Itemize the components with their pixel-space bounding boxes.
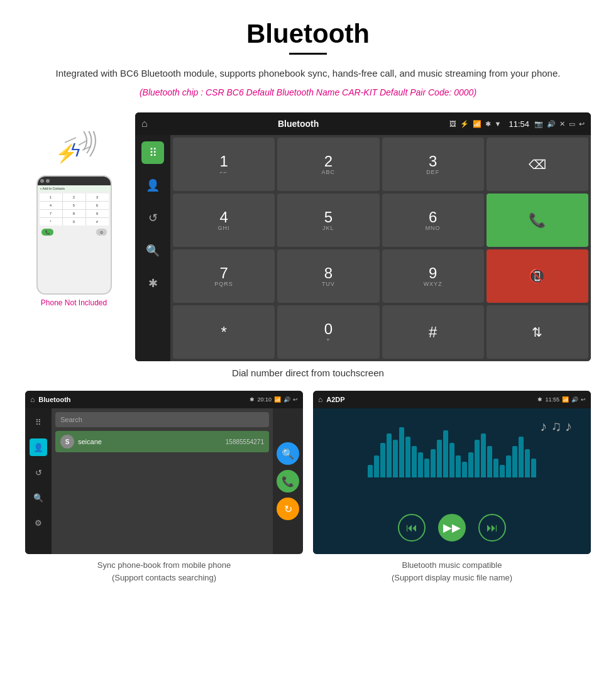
phone-key-8: 8	[63, 210, 85, 217]
music-bar	[374, 455, 379, 477]
next-button[interactable]: ⏭	[478, 514, 506, 542]
music-bar	[462, 462, 467, 477]
dial-num-9: 9	[429, 266, 437, 281]
phone-key-3: 3	[86, 193, 109, 201]
dial-key-end[interactable]: 📵	[487, 249, 588, 303]
pb-home-icon[interactable]: ⌂	[30, 395, 35, 404]
phone-speaker	[40, 179, 44, 183]
signal-svg: ⚡ ϟ	[52, 131, 102, 169]
sidebar-search[interactable]: 🔍	[141, 239, 164, 262]
dial-key-star[interactable]: *	[173, 305, 275, 359]
search-bar[interactable]: Search	[55, 412, 269, 427]
phonebook-body: ⠿ 👤 ↺ 🔍 ⚙ Search S seicane	[25, 408, 303, 554]
android-dial-screen: ⌂ Bluetooth 🖼 ⚡ 📶 ✱ ▼ 11:54 📷 🔊 ✕ ▭ ↩	[135, 112, 591, 361]
pb-vol-icon: 🔊	[283, 396, 290, 403]
phone-side: ⚡ ϟ + Add to	[25, 112, 123, 307]
contact-initial: S	[60, 435, 74, 449]
pb-title: Bluetooth	[38, 396, 246, 403]
contact-row[interactable]: S seicane 15885554271	[55, 431, 269, 452]
phone-key-2: 2	[63, 193, 85, 201]
phone-key-7: 7	[40, 210, 62, 217]
top-bar-right-icons: 📷 🔊 ✕ ▭ ↩	[534, 120, 585, 128]
music-bar	[525, 449, 530, 477]
dial-key-call[interactable]: 📞	[487, 193, 588, 247]
music-android-screen: ⌂ A2DP ✱ 11:55 📶 🔊 ↩ ♪ ♫ ♪	[313, 391, 591, 554]
dial-key-hash[interactable]: #	[382, 305, 484, 359]
phone-end-btn: ⊙	[96, 229, 107, 236]
bottom-panels: ⌂ Bluetooth ✱ 20:10 📶 🔊 ↩ ⠿ 👤	[25, 391, 591, 584]
back-icon[interactable]: ↩	[579, 120, 585, 128]
android-top-bar: ⌂ Bluetooth 🖼 ⚡ 📶 ✱ ▼ 11:54 📷 🔊 ✕ ▭ ↩	[135, 112, 591, 135]
music-bar	[493, 459, 498, 477]
dial-key-3[interactable]: 3 DEF	[382, 138, 484, 191]
dial-key-5[interactable]: 5 JKL	[277, 193, 379, 247]
music-bar	[468, 452, 473, 477]
music-controls: ⏮ ▶▶ ⏭	[398, 514, 506, 542]
dial-caption: Dial number direct from touchscreen	[25, 368, 591, 378]
dial-key-1[interactable]: 1 ⌐⌐	[173, 138, 275, 191]
pb-sidebar-recent[interactable]: ↺	[30, 464, 47, 481]
dial-num-0: 0	[324, 322, 333, 337]
dial-sub-1: ⌐⌐	[220, 169, 228, 175]
pb-search-button[interactable]: 🔍	[277, 442, 299, 465]
music-panel-inner: ♪ ♫ ♪ ⏮ ▶▶ ⏭	[313, 408, 591, 554]
pb-sync-button[interactable]: ↻	[277, 498, 299, 520]
dial-num-7: 7	[219, 266, 228, 281]
sidebar-recent[interactable]: ↺	[141, 207, 164, 229]
phone-key-star: *	[40, 218, 62, 226]
bt-status-icon: ✱	[485, 120, 491, 128]
dial-sub-7: PQRS	[214, 281, 233, 287]
dial-key-2[interactable]: 2 ABC	[277, 138, 379, 191]
call-icon: 📞	[529, 212, 546, 229]
music-vol-icon: 🔊	[571, 396, 578, 403]
home-icon[interactable]: ⌂	[141, 118, 148, 129]
sidebar-contacts[interactable]: 👤	[141, 174, 164, 197]
dial-key-6[interactable]: 6 MNO	[382, 193, 484, 247]
dial-sub-4: GHI	[218, 225, 230, 231]
dial-key-8[interactable]: 8 TUV	[277, 249, 379, 303]
music-top-bar: ⌂ A2DP ✱ 11:55 📶 🔊 ↩	[313, 391, 591, 408]
image-icon: 🖼	[449, 120, 456, 128]
specs-line: (Bluetooth chip : CSR BC6 Default Blueto…	[25, 87, 591, 97]
music-bar	[380, 443, 385, 477]
dial-key-contacts[interactable]: ⇅	[487, 305, 588, 359]
pb-sidebar-dialpad[interactable]: ⠿	[30, 413, 47, 431]
phonebook-caption-main: Sync phone-book from mobile phone	[97, 560, 231, 570]
music-bar	[519, 437, 524, 477]
music-title: A2DP	[326, 396, 534, 403]
dial-key-7[interactable]: 7 PQRS	[173, 249, 275, 303]
phone-key-4: 4	[40, 202, 62, 209]
phone-key-hash: #	[86, 218, 109, 226]
pb-bt-icon: ✱	[250, 396, 255, 403]
music-bar	[487, 446, 492, 477]
contact-name: seicane	[78, 438, 222, 445]
dial-num-8: 8	[324, 266, 333, 281]
sidebar-bluetooth-settings[interactable]: ✱	[141, 272, 164, 295]
pb-call-button[interactable]: 📞	[277, 470, 299, 493]
phone-key-0: 0	[63, 218, 85, 226]
search-placeholder: Search	[60, 416, 82, 423]
pb-back-icon[interactable]: ↩	[293, 396, 298, 403]
dial-key-delete[interactable]: ⌫	[487, 138, 588, 191]
play-button[interactable]: ▶▶	[438, 514, 466, 542]
sidebar-dialpad[interactable]: ⠿	[141, 141, 164, 164]
pb-sidebar-contacts[interactable]: 👤	[30, 438, 47, 456]
music-home-icon[interactable]: ⌂	[318, 395, 322, 404]
music-bar	[506, 455, 511, 477]
phone-call-btn: 📞	[41, 229, 53, 236]
music-bt-icon: ✱	[537, 396, 542, 403]
music-bar	[456, 455, 461, 477]
dial-key-9[interactable]: 9 WXYZ	[382, 249, 484, 303]
music-panel: ⌂ A2DP ✱ 11:55 📶 🔊 ↩ ♪ ♫ ♪	[313, 391, 591, 584]
contacts-switch-icon: ⇅	[532, 325, 542, 340]
music-back-icon[interactable]: ↩	[581, 396, 586, 403]
pb-sidebar-settings[interactable]: ⚙	[30, 514, 47, 531]
dial-key-4[interactable]: 4 GHI	[173, 193, 275, 247]
prev-button[interactable]: ⏮	[398, 514, 426, 542]
dial-sub-8: TUV	[322, 281, 335, 287]
music-caption-sub: (Support display music file name)	[392, 573, 512, 582]
phonebook-caption-sub: (Support contacts searching)	[112, 573, 216, 582]
dial-key-0[interactable]: 0 +	[277, 305, 379, 359]
pb-sidebar-search[interactable]: 🔍	[30, 489, 47, 506]
close-icon: ✕	[559, 120, 565, 128]
